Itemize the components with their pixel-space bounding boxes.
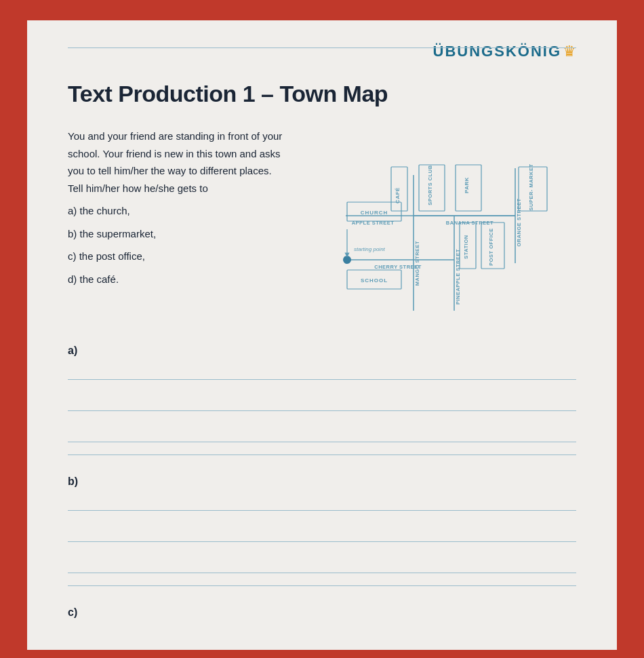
svg-text:APPLE STREET: APPLE STREET [352,220,395,226]
answer-label-c: c) [68,606,576,619]
svg-text:SUPER- MARKET: SUPER- MARKET [528,163,534,210]
places-list: a) the church, b) the supermarket, c) th… [68,202,285,288]
logo-text: ÜBUNGSKÖNIG [433,43,561,60]
logo-crown: ♛ [563,43,576,60]
svg-text:POST OFFICE: POST OFFICE [488,228,494,266]
svg-text:starting point: starting point [354,246,386,252]
answer-line-b2 [68,523,576,542]
svg-text:SCHOOL: SCHOOL [361,277,388,284]
svg-point-28 [343,256,351,264]
divider-b [68,585,576,586]
map-svg: APPLE STREET BANANA STREET CHERRY STREET… [305,128,563,324]
logo-area: ÜBUNGSKÖNIG ♛ [68,43,576,60]
answer-line-a2 [68,392,576,411]
answer-block-b: b) [68,476,576,573]
description: You and your friend are standing in fron… [68,128,285,324]
answer-line-a3 [68,423,576,442]
divider-a [68,454,576,455]
place-d: d) the café. [68,271,285,288]
place-b: b) the supermarket, [68,225,285,243]
answer-line-a1 [68,361,576,380]
intro-text: You and your friend are standing in fron… [68,128,285,197]
svg-text:SPORTS CLUB: SPORTS CLUB [427,165,433,205]
svg-text:STATION: STATION [463,235,469,258]
content-area: You and your friend are standing in fron… [68,128,576,324]
svg-text:MANGO STREET: MANGO STREET [414,241,420,286]
map-area: APPLE STREET BANANA STREET CHERRY STREET… [305,128,576,324]
page: ÜBUNGSKÖNIG ♛ Text Production 1 – Town M… [27,20,617,650]
svg-text:CAFÉ: CAFÉ [395,187,401,204]
answer-label-b: b) [68,476,576,488]
place-a: a) the church, [68,202,285,220]
svg-text:PARK: PARK [464,177,470,193]
answer-label-a: a) [68,345,576,357]
header-line [68,47,576,48]
page-title: Text Production 1 – Town Map [68,81,576,107]
answer-section: a) b) c) [68,345,576,619]
svg-text:PINEAPPLE STREET: PINEAPPLE STREET [455,249,461,305]
answer-block-c: c) [68,606,576,619]
svg-text:CHURCH: CHURCH [361,210,388,216]
answer-line-b1 [68,492,576,511]
answer-block-a: a) [68,345,576,442]
answer-line-b3 [68,554,576,573]
place-c: c) the post office, [68,248,285,265]
